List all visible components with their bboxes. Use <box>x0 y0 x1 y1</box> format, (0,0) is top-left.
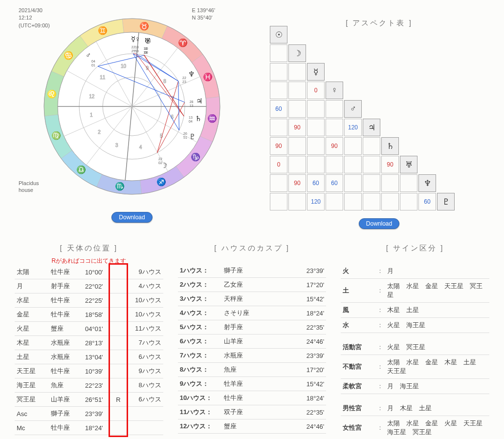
chart-coords: E 139°46' N 35°40' <box>192 7 215 22</box>
planet-degree: 10°00' <box>83 265 112 279</box>
table-row: 5ハウス： 射手座 22°35' <box>178 320 327 334</box>
retrograde-flag <box>112 378 124 393</box>
svg-text:0401: 0401 <box>91 60 95 67</box>
classification-key: 活動宮 <box>341 340 375 355</box>
cusp-sign: 双子座 <box>222 405 282 419</box>
cusp-degree: 18°24' <box>282 306 326 320</box>
aspect-cell <box>288 156 306 173</box>
planet-degree: 13°04' <box>83 350 112 364</box>
planet-degree: 22°25' <box>83 293 112 308</box>
download-chart-button[interactable]: Download <box>111 212 152 223</box>
cusp-sign: 水瓶座 <box>222 349 282 363</box>
polarity-table: 男性宮 ： 月 木星 土星女性宮 ： 太陽 水星 金星 火星 天王星 海王星 冥… <box>341 401 489 439</box>
classification-key: 男性宮 <box>341 401 375 416</box>
svg-text:♋: ♋ <box>64 51 73 60</box>
planet-house: 4ハウス <box>124 279 163 293</box>
aspect-cell: 60 <box>418 193 436 210</box>
table-row: 12ハウス： 蟹座 24°46' <box>178 419 327 434</box>
cusp-house: 10ハウス： <box>178 391 222 405</box>
table-row: Asc 獅子座 23°39' <box>15 407 163 421</box>
cusp-house: 5ハウス： <box>178 320 222 334</box>
cusp-degree: 18°24' <box>282 391 326 405</box>
svg-text:3: 3 <box>115 143 118 148</box>
classification-value: 月 海王星 <box>385 379 489 394</box>
aspect-cell <box>270 63 287 81</box>
svg-text:2223: 2223 <box>182 76 186 84</box>
planet-house <box>124 421 163 435</box>
planet-degree: 26°51' <box>83 393 112 407</box>
table-row: 水星 牡牛座 22°25' 10ハウス <box>15 293 163 308</box>
svg-text:1858: 1858 <box>135 45 139 53</box>
natal-chart-svg: 123456789101112 ☉1000☽2202☿2225♀1858♂040… <box>15 4 240 209</box>
aspect-cell <box>344 174 362 192</box>
planet-degree: 23°39' <box>83 407 112 421</box>
aspect-header-mercury: ☿ <box>307 63 325 81</box>
aspect-cell <box>400 193 417 210</box>
cusp-house: 12ハウス： <box>178 419 222 434</box>
aspect-header-uranus: ♅ <box>400 156 417 173</box>
cusp-degree: 24°46' <box>282 419 326 434</box>
table-row: 月 射手座 22°02' 4ハウス <box>15 279 163 293</box>
retrograde-flag <box>112 265 124 279</box>
aspect-cell <box>363 174 380 192</box>
table-row: 女性宮 ： 太陽 水星 金星 火星 天王星 海王星 冥王星 <box>341 416 489 439</box>
svg-text:♄: ♄ <box>195 114 201 123</box>
svg-text:2202: 2202 <box>158 157 162 165</box>
classification-value: 月 木星 土星 <box>385 401 489 416</box>
planet-sign: 水瓶座 <box>49 336 83 350</box>
retrograde-flag <box>112 336 124 350</box>
aspect-cell <box>381 174 399 192</box>
aspect-cell: 120 <box>307 193 325 210</box>
svg-text:4: 4 <box>139 145 142 150</box>
aspect-cell <box>288 63 306 81</box>
aspect-header-saturn: ♄ <box>381 137 399 155</box>
planet-house: 9ハウス <box>124 265 163 279</box>
svg-text:12: 12 <box>89 94 95 99</box>
cusp-degree: 15°42' <box>282 292 326 306</box>
cusps-title: [ ハウスのカスプ ] <box>178 244 327 253</box>
cusp-sign: 牡羊座 <box>222 377 282 391</box>
aspect-cell <box>381 193 399 210</box>
cusp-degree: 17°20' <box>282 363 326 377</box>
table-row: 7ハウス： 水瓶座 23°39' <box>178 349 327 363</box>
table-row: 天王星 牡牛座 10°39' 9ハウス <box>15 364 163 378</box>
planet-name: Asc <box>15 407 49 421</box>
retrograde-flag <box>112 293 124 308</box>
cusp-house: 2ハウス： <box>178 278 222 292</box>
planet-house: 6ハウス <box>124 350 163 364</box>
planet-house: 10ハウス <box>124 293 163 308</box>
aspect-cell <box>344 156 362 173</box>
planet-name: 太陽 <box>15 265 49 279</box>
aspect-cell <box>326 193 343 210</box>
planet-sign: 射手座 <box>49 279 83 293</box>
planet-degree: 10°39' <box>83 364 112 378</box>
aspect-cell <box>363 193 380 210</box>
svg-text:♏: ♏ <box>115 182 125 191</box>
classification-key: 風 <box>341 303 375 318</box>
cusp-sign: 天秤座 <box>222 292 282 306</box>
table-row: 水 ： 火星 海王星 <box>341 318 489 333</box>
aspect-cell: 60 <box>326 174 343 192</box>
positions-table: 太陽 牡牛座 10°00' 9ハウス月 射手座 22°02' 4ハウス水星 牡牛… <box>15 265 163 435</box>
svg-text:2813: 2813 <box>190 100 194 107</box>
svg-text:♊: ♊ <box>98 26 108 35</box>
classification-key: 柔軟宮 <box>341 379 375 394</box>
planet-sign: 牡牛座 <box>49 421 83 435</box>
table-row: 8ハウス： 魚座 17°20' <box>178 363 327 377</box>
aspect-header-venus: ♀ <box>326 82 343 99</box>
download-aspect-button[interactable]: Download <box>359 218 399 229</box>
planet-house: 9ハウス <box>124 364 163 378</box>
planet-degree: 28°13' <box>83 336 112 350</box>
cusp-sign: 射手座 <box>222 320 282 334</box>
aspect-cell <box>307 119 325 136</box>
classification-value: 火星 冥王星 <box>385 340 489 355</box>
element-table: 火 ： 月土 ： 太陽 水星 金星 天王星 冥王星風 ： 木星 土星水 ： 火星… <box>341 264 489 333</box>
cusp-sign: さそり座 <box>222 306 282 320</box>
planet-sign: 牡牛座 <box>49 265 83 279</box>
aspect-header-sun: ☉ <box>270 26 287 43</box>
retrograde-flag <box>112 421 124 435</box>
aspect-cell <box>270 174 287 192</box>
cusp-house: 7ハウス： <box>178 349 222 363</box>
planet-sign: 牡牛座 <box>49 308 83 322</box>
planet-sign: 水瓶座 <box>49 350 83 364</box>
